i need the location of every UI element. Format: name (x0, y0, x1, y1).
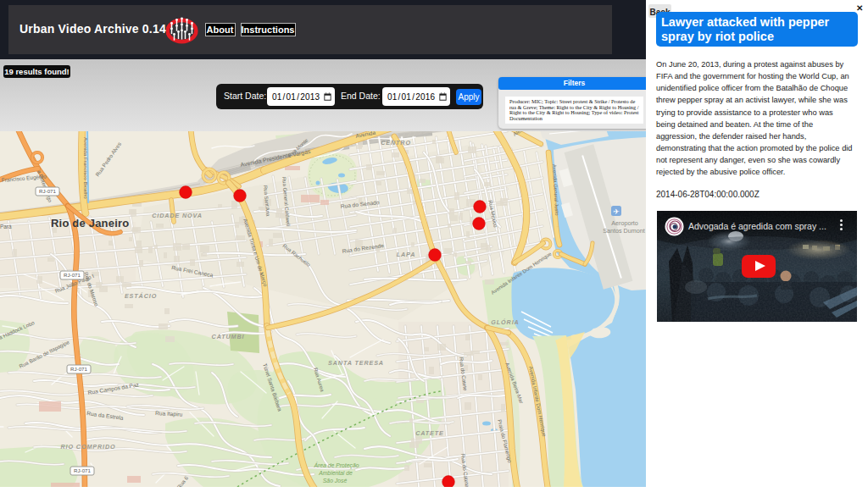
svg-text:Ambiental de: Ambiental de (318, 470, 353, 476)
svg-text:✈: ✈ (613, 207, 620, 216)
svg-text:CATUMBI: CATUMBI (212, 333, 245, 340)
svg-text:Área de Proteção: Área de Proteção (314, 462, 359, 469)
svg-text:CIDADE NOVA: CIDADE NOVA (152, 212, 203, 219)
svg-text:Aeroporto: Aeroporto (611, 219, 638, 227)
svg-text:CENTRO: CENTRO (381, 139, 411, 146)
svg-text:Pará: Pará (0, 224, 12, 229)
svg-text:Rio de Janeiro: Rio de Janeiro (51, 217, 129, 229)
svg-text:RJ-071: RJ-071 (70, 366, 88, 372)
svg-text:RJ-071: RJ-071 (39, 188, 57, 194)
svg-text:Santos Dumont: Santos Dumont (603, 227, 645, 235)
svg-text:CATETE: CATETE (415, 429, 444, 437)
svg-text:RJ-071: RJ-071 (74, 467, 92, 473)
svg-text:GLÓRIA: GLÓRIA (491, 318, 519, 326)
svg-text:Avenida Francisco Bicalho: Avenida Francisco Bicalho (83, 137, 89, 199)
svg-text:ESTÁCIO: ESTÁCIO (125, 292, 157, 300)
svg-text:SANTA TERESA: SANTA TERESA (328, 359, 384, 367)
svg-text:LAPA: LAPA (397, 251, 416, 258)
svg-text:RIO COMPRIDO: RIO COMPRIDO (60, 443, 115, 451)
svg-text:São José: São José (323, 478, 348, 484)
svg-text:RJ-071: RJ-071 (64, 272, 81, 278)
